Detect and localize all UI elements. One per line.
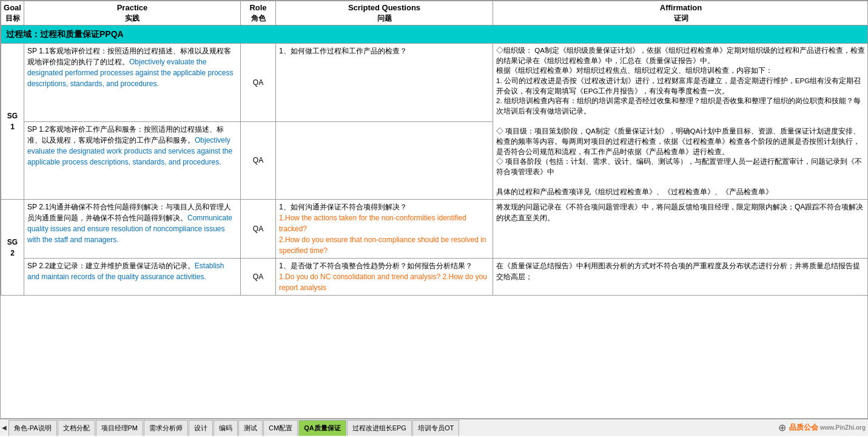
table-row: SG 1SP 1.1客观地评价过程：按照适用的过程描述、标准以及规程客观地评价指…	[1, 43, 869, 121]
add-sheet-button[interactable]: ⊕	[776, 421, 789, 435]
brand-logo: 品质公会 www.PinZhi.org	[789, 422, 868, 433]
role-sp11: QA	[241, 43, 276, 121]
role-sp21: QA	[241, 200, 276, 259]
role-sp22: QA	[241, 259, 276, 296]
tab-CM配置[interactable]: CM配置	[263, 420, 298, 436]
header-questions: Scripted Questions 问题	[276, 1, 493, 25]
tab-需求分析师[interactable]: 需求分析师	[144, 420, 188, 436]
practice-sp22: SP 2.2建立记录：建立并维护质量保证活动的记录。Establish and …	[24, 259, 241, 296]
domain-row-label: 过程域：过程和质量保证PPQA	[1, 25, 869, 43]
header-role: Role 角色	[241, 1, 276, 25]
question-sp12	[276, 121, 493, 200]
tab-QA质量保证[interactable]: QA质量保证	[298, 420, 346, 436]
table-row: SG 2SP 2.1沟通并确保不符合性问题得到解决：与项目人员和管理人员沟通质量…	[1, 200, 869, 259]
tab-角色-PA说明[interactable]: 角色-PA说明	[8, 420, 57, 436]
practice-sp12: SP 1.2客观地评价工作产品和服务：按照适用的过程描述、标准、以及规程，客观地…	[24, 121, 241, 200]
table-container: Goal 目标 Practice 实践 Role 角色 Scripted Que…	[0, 0, 868, 419]
header-goal: Goal 目标	[1, 1, 24, 25]
goal-sg2: SG 2	[1, 200, 24, 296]
tab-测试[interactable]: 测试	[238, 420, 263, 436]
affirmation-sp1x: ◇组织级： QA制定《组织级质量保证计划》，依据《组织过程检查单》定期对组织级的…	[493, 43, 869, 199]
role-sp12: QA	[241, 121, 276, 200]
affirmation-sp22: 在《质量保证总结报告》中利用图表分析的方式对不符合项的严重程度及分布状态进行分析…	[493, 259, 869, 296]
tab-培训专员OT[interactable]: 培训专员OT	[412, 420, 459, 436]
tab-过程改进组长EPG[interactable]: 过程改进组长EPG	[347, 420, 412, 436]
affirmation-sp21: 将发现的问题记录在《不符合项问题管理表》中，将问题反馈给项目经理，限定期限内解决…	[493, 200, 869, 259]
practice-sp11: SP 1.1客观地评价过程：按照适用的过程描述、标准以及规程客观地评价指定的执行…	[24, 43, 241, 121]
question-sp21: 1、如何沟通并保证不符合项得到解决？1.How the actions take…	[276, 200, 493, 259]
tab-编码[interactable]: 编码	[214, 420, 238, 436]
table-row: SP 2.2建立记录：建立并维护质量保证活动的记录。Establish and …	[1, 259, 869, 296]
tab-bar: ◀ 角色-PA说明文档分配项目经理PM需求分析师设计编码测试CM配置QA质量保证…	[0, 419, 868, 436]
tab-文档分配[interactable]: 文档分配	[58, 420, 95, 436]
goal-sg1: SG 1	[1, 43, 24, 199]
header-practice: Practice 实践	[24, 1, 241, 25]
header-affirmation: Affirmation 证词	[493, 1, 869, 25]
question-sp22: 1、是否做了不符合项整合性趋势分析？如何报告分析结果？1.Do you do N…	[276, 259, 493, 296]
tab-项目经理PM[interactable]: 项目经理PM	[96, 420, 144, 436]
question-sp11: 1、如何做工作过程和工作产品的检查？	[276, 43, 493, 121]
scroll-left-button[interactable]: ◀	[0, 424, 8, 431]
tab-设计[interactable]: 设计	[189, 420, 213, 436]
practice-sp21: SP 2.1沟通并确保不符合性问题得到解决：与项目人员和管理人员沟通质量问题，并…	[24, 200, 241, 259]
